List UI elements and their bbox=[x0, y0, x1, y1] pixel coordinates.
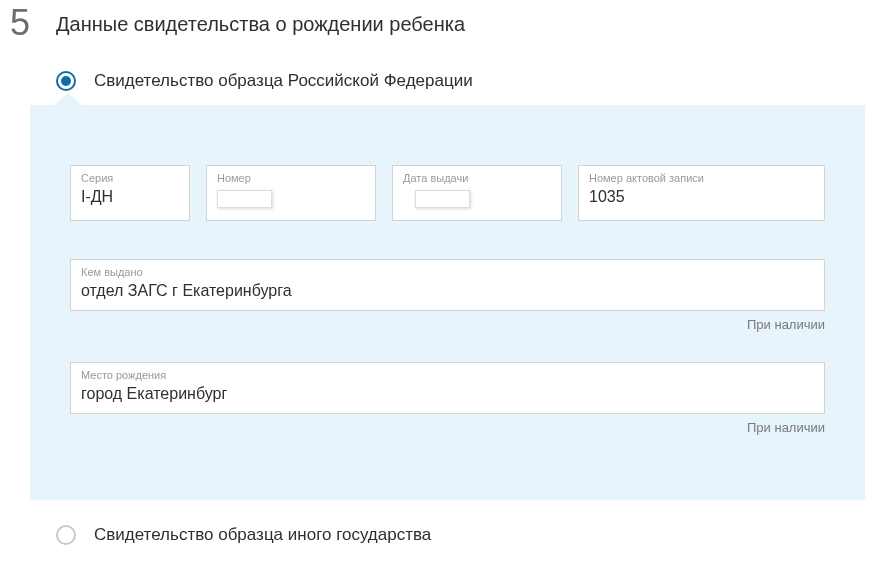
radio-label-rf: Свидетельство образца Российской Федерац… bbox=[94, 71, 473, 91]
series-field[interactable]: Серия I-ДН bbox=[70, 165, 190, 221]
redacted-block bbox=[217, 190, 272, 208]
birth-place-field[interactable]: Место рождения город Екатеринбург bbox=[70, 362, 825, 414]
optional-hint: При наличии bbox=[70, 317, 825, 332]
radio-option-foreign[interactable]: Свидетельство образца иного государства bbox=[56, 525, 865, 545]
series-input[interactable]: I-ДН bbox=[81, 188, 179, 208]
redacted-block bbox=[415, 190, 470, 208]
field-label: Дата выдачи bbox=[403, 172, 551, 184]
field-label: Серия bbox=[81, 172, 179, 184]
issued-by-input[interactable]: отдел ЗАГС г Екатеринбурга bbox=[81, 282, 814, 302]
number-field[interactable]: Номер bbox=[206, 165, 376, 221]
step-header: 5 Данные свидетельства о рождении ребенк… bbox=[10, 5, 865, 41]
certificate-form-panel: Серия I-ДН Номер Дата выдачи Номер актов… bbox=[30, 105, 865, 500]
birth-place-input[interactable]: город Екатеринбург bbox=[81, 385, 814, 405]
field-label: Кем выдано bbox=[81, 266, 814, 278]
field-label: Номер bbox=[217, 172, 365, 184]
field-label: Место рождения bbox=[81, 369, 814, 381]
radio-label-foreign: Свидетельство образца иного государства bbox=[94, 525, 431, 545]
step-title: Данные свидетельства о рождении ребенка bbox=[56, 5, 465, 36]
radio-icon bbox=[56, 71, 76, 91]
optional-hint: При наличии bbox=[70, 420, 825, 435]
field-label: Номер актовой записи bbox=[589, 172, 814, 184]
radio-icon bbox=[56, 525, 76, 545]
issued-by-field[interactable]: Кем выдано отдел ЗАГС г Екатеринбурга bbox=[70, 259, 825, 311]
record-number-field[interactable]: Номер актовой записи 1035 bbox=[578, 165, 825, 221]
issue-date-field[interactable]: Дата выдачи bbox=[392, 165, 562, 221]
record-number-input[interactable]: 1035 bbox=[589, 188, 814, 208]
radio-option-rf[interactable]: Свидетельство образца Российской Федерац… bbox=[56, 71, 865, 91]
step-number: 5 bbox=[10, 5, 40, 41]
